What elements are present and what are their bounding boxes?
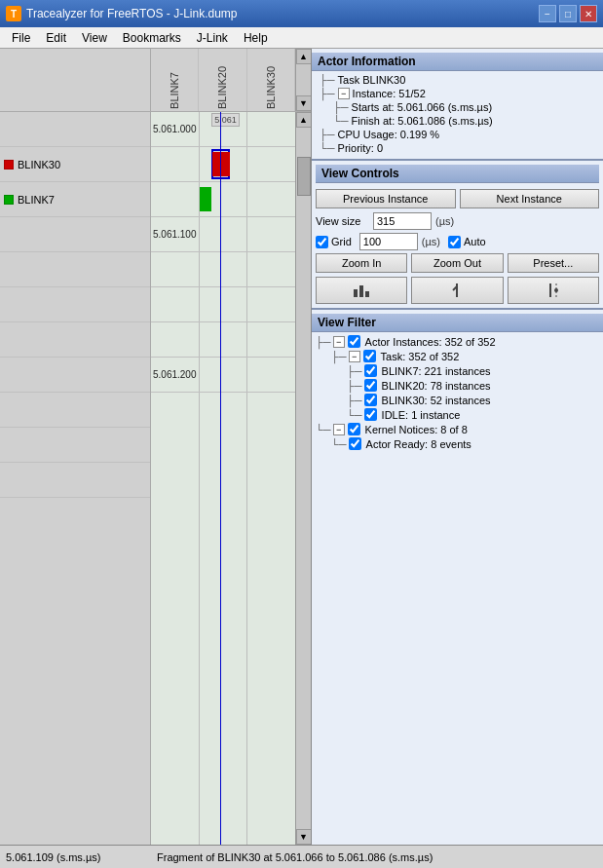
blink20-filter-label: BLINK20: 78 instances (382, 380, 491, 392)
maximize-button[interactable]: □ (559, 5, 577, 22)
col-header-blink20: BLINK20 (199, 49, 246, 111)
blink30-filter-checkbox[interactable] (364, 394, 377, 406)
blink20-filter-checkbox[interactable] (364, 379, 377, 392)
tracks-labels: BLINK30 BLINK7 (0, 112, 151, 845)
preset-button[interactable]: Preset... (508, 253, 599, 273)
filter-tree: ├─ − Actor Instances: 352 of 352 ├─ − Ta… (312, 332, 603, 453)
tracks-vis[interactable]: 5.061.000 (151, 112, 295, 845)
empty-row-5 (0, 358, 150, 393)
tick-icon (447, 282, 467, 299)
blink7-bar (200, 187, 211, 211)
instance-item: ├─ − Instance: 51/52 (312, 87, 603, 100)
finish-prefix: └─ (333, 115, 349, 127)
scroll-down-arrow[interactable]: ▼ (296, 95, 312, 111)
marker-icon (544, 282, 563, 299)
task-label: Task BLINK30 (338, 74, 406, 86)
priority-prefix: └─ (320, 142, 335, 154)
task-expand[interactable]: − (349, 351, 360, 362)
grid-label: Grid (331, 236, 352, 247)
idle-filter-checkbox[interactable] (364, 408, 377, 421)
view-filter-section: View Filter ├─ − Actor Instances: 352 of… (312, 310, 603, 845)
actor-ready-item: └─ Actor Ready: 8 events (316, 436, 599, 451)
view-controls-section: View Controls Previous Instance Next Ins… (312, 161, 603, 310)
tracks-container: BLINK30 BLINK7 (0, 112, 311, 845)
empty-row-8 (0, 463, 150, 498)
ai-label: Actor Instances: 352 of 352 (365, 336, 496, 348)
empty-vis-3 (151, 322, 295, 358)
menu-file[interactable]: File (4, 29, 38, 47)
ts-vis-row-3: 5.061.200 (151, 358, 295, 393)
blink30-filter-label: BLINK30: 52 instances (382, 395, 491, 406)
col-header-right: BLINK7 BLINK20 BLINK30 (151, 49, 295, 111)
instance-prefix: ├─ (320, 88, 335, 99)
ar-checkbox[interactable] (349, 437, 361, 450)
ts-label-1: 5.061.100 (153, 229, 197, 240)
zoom-out-button[interactable]: Zoom Out (411, 253, 503, 273)
task-filter-label: Task: 352 of 352 (381, 351, 460, 362)
timeline-panel: BLINK7 BLINK20 BLINK30 ▲ ▼ (0, 49, 312, 845)
close-button[interactable]: ✕ (580, 5, 597, 22)
cursor-label: 5.061 (211, 113, 240, 127)
grid-row: Grid (µs) Auto (316, 233, 599, 250)
next-instance-button[interactable]: Next Instance (460, 189, 600, 208)
blink7-vis-row[interactable] (151, 182, 295, 217)
view-controls-header: View Controls (316, 165, 599, 183)
status-fragment: Fragment of BLINK30 at 5.061.066 to 5.06… (157, 851, 597, 863)
finish-label: Finish at: 5.061.086 (s.ms.µs) (352, 115, 493, 127)
blink30-vis-row[interactable] (151, 147, 295, 182)
menu-help[interactable]: Help (236, 29, 276, 47)
icon-btn-row (316, 277, 599, 304)
scroll-up-arrow[interactable]: ▲ (296, 49, 312, 64)
instance-expand[interactable]: − (338, 88, 350, 99)
chart-icon-button[interactable] (316, 277, 407, 304)
priority-item: └─ Priority: 0 (312, 141, 603, 155)
view-size-input[interactable] (373, 212, 432, 230)
status-bar: 5.061.109 (s.ms.µs) Fragment of BLINK30 … (0, 845, 603, 868)
kn-expand[interactable]: − (333, 424, 345, 435)
col-header-blink7: BLINK7 (151, 49, 199, 111)
menu-bar: File Edit View Bookmarks J-Link Help (0, 27, 603, 49)
zoom-in-button[interactable]: Zoom In (316, 253, 407, 273)
kn-checkbox[interactable] (348, 423, 360, 435)
blink7-filter-checkbox[interactable] (364, 364, 377, 377)
window-title: Tracealyzer for FreeRTOS - J-Link.dump (26, 7, 238, 20)
scroll-track-v (297, 128, 311, 829)
empty-row-4 (0, 322, 150, 358)
starts-item: ├─ Starts at: 5.061.066 (s.ms.µs) (312, 100, 603, 114)
kernel-notices-item: └─ − Kernel Notices: 8 of 8 (316, 422, 599, 436)
grid-checkbox[interactable] (316, 236, 328, 248)
scroll-thumb-v[interactable] (297, 157, 311, 196)
grid-input[interactable] (359, 233, 418, 250)
ai-expand[interactable]: − (333, 336, 345, 348)
ai-checkbox[interactable] (348, 335, 360, 348)
scroll-top-arrow[interactable]: ▲ (296, 112, 312, 128)
tick-icon-button[interactable] (411, 277, 503, 304)
grid-check-label: Grid (316, 236, 352, 248)
menu-view[interactable]: View (74, 29, 115, 47)
prev-instance-button[interactable]: Previous Instance (316, 189, 456, 208)
view-size-label: View size (316, 215, 369, 227)
scroll-bot-arrow[interactable]: ▼ (296, 829, 312, 845)
svg-point-7 (554, 288, 558, 292)
actor-info-section: Actor Information ├─ Task BLINK30 ├─ − I… (312, 49, 603, 161)
empty-row-1 (0, 217, 150, 252)
auto-check-label: Auto (448, 236, 486, 248)
col-label-blink7: BLINK7 (169, 72, 180, 109)
menu-jlink[interactable]: J-Link (189, 29, 236, 47)
instance-label: Instance: 51/52 (353, 88, 426, 99)
minimize-button[interactable]: − (539, 5, 556, 22)
auto-checkbox[interactable] (448, 236, 461, 248)
actor-info-header: Actor Information (312, 53, 603, 71)
cpu-label: CPU Usage: 0.199 % (338, 129, 440, 140)
starts-label: Starts at: 5.061.066 (s.ms.µs) (352, 101, 493, 113)
instance-nav-row: Previous Instance Next Instance (316, 189, 599, 208)
blink30-color-dot (4, 160, 14, 170)
blink7-label-row: BLINK7 (0, 182, 150, 217)
main-area: BLINK7 BLINK20 BLINK30 ▲ ▼ (0, 49, 603, 845)
menu-edit[interactable]: Edit (38, 29, 74, 47)
task-filter-checkbox[interactable] (363, 350, 376, 362)
marker-icon-button[interactable] (508, 277, 599, 304)
empty-row-2 (0, 252, 150, 287)
zoom-row: Zoom In Zoom Out Preset... (316, 253, 599, 273)
menu-bookmarks[interactable]: Bookmarks (115, 29, 189, 47)
